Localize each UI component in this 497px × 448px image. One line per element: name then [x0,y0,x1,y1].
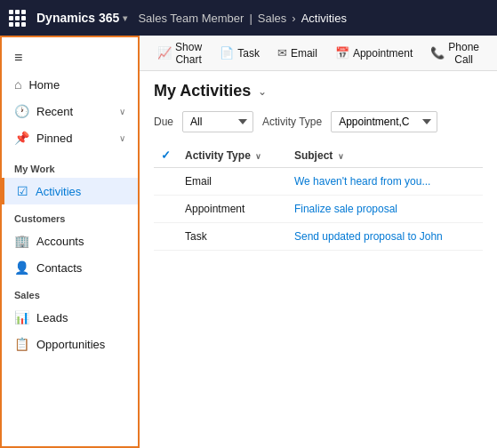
row-check-cell [154,223,178,251]
appointment-button[interactable]: 📅 Appointment [328,43,420,63]
activity-type-filter-label: Activity Type [262,116,322,128]
chart-icon: 📈 [157,46,172,60]
sidebar-item-leads[interactable]: 📊 Leads [2,304,138,331]
check-icon: ✓ [161,148,171,162]
sidebar-item-pinned[interactable]: 📌 Pinned ∨ [2,124,138,151]
sidebar-top: ≡ ⌂ Home 🕐 Recent ∨ 📌 Pinned ∨ [2,37,138,155]
filters-row: Due All Activity Type Appointment,C [154,111,483,132]
table-row: Appointment Finalize sale proposal [154,196,483,223]
phone-icon: 📞 [430,46,445,60]
breadcrumb-arrow: › [292,12,295,25]
row-activity-type: Appointment [178,196,287,223]
leads-icon: 📊 [14,310,29,324]
sidebar-item-accounts-label: Accounts [36,235,84,248]
recent-icon: 🕐 [14,104,29,118]
home-icon: ⌂ [14,77,21,92]
sidebar-item-contacts[interactable]: 👤 Contacts [2,254,138,281]
accounts-icon: 🏢 [14,234,29,248]
sidebar-item-accounts[interactable]: 🏢 Accounts [2,228,138,254]
brand-label: Dynamics 365 [36,11,119,25]
pinned-chevron-icon: ∨ [119,133,125,143]
breadcrumb-sales[interactable]: Sales [258,12,287,25]
customers-section-label: Customers [2,204,138,228]
email-icon: ✉ [277,46,287,60]
activities-icon: ☑ [17,184,28,198]
task-icon: 📄 [220,46,234,60]
due-filter-select[interactable]: All [182,111,253,132]
show-chart-button[interactable]: 📈 Show Chart [150,37,209,69]
sales-section-label: Sales [2,281,138,304]
sidebar-item-opportunities[interactable]: 📋 Opportunities [2,331,138,357]
row-subject[interactable]: Send updated proposal to John [287,223,483,251]
main-area: 📈 Show Chart 📄 Task ✉ Email 📅 Appointmen… [140,36,497,448]
activities-table: ✓ Activity Type ∨ Subject ∨ [154,143,483,251]
breadcrumb-activities: Activities [301,12,347,25]
sidebar-item-home[interactable]: ⌂ Home [2,71,138,98]
breadcrumb-sales-team: Sales Team Member [138,12,244,25]
brand-title[interactable]: Dynamics 365 ▾ [36,11,127,25]
sidebar-hamburger-button[interactable]: ≡ [2,44,138,71]
row-check-cell [154,196,178,223]
breadcrumb-sep1: | [249,12,252,25]
email-button[interactable]: ✉ Email [270,43,325,63]
sidebar-item-recent[interactable]: 🕐 Recent ∨ [2,98,138,124]
sidebar-item-contacts-label: Contacts [36,261,82,275]
sidebar: ≡ ⌂ Home 🕐 Recent ∨ 📌 Pinned ∨ My Work ☑… [0,36,140,448]
opportunities-icon: 📋 [14,337,29,351]
subject-col-header[interactable]: Subject ∨ [287,143,483,168]
layout: ≡ ⌂ Home 🕐 Recent ∨ 📌 Pinned ∨ My Work ☑… [0,36,497,448]
sidebar-item-opportunities-label: Opportunities [36,338,105,351]
appointment-icon: 📅 [335,46,349,60]
sidebar-item-recent-label: Recent [36,105,73,118]
mywork-section-label: My Work [2,155,138,178]
top-nav: Dynamics 365 ▾ Sales Team Member | Sales… [0,0,497,36]
task-label: Task [237,47,260,60]
sidebar-item-home-label: Home [28,78,60,92]
content-header: My Activities ⌄ [154,82,483,100]
row-check-cell [154,168,178,196]
appointment-label: Appointment [353,47,413,60]
sidebar-item-activities-label: Activities [36,185,81,198]
waffle-button[interactable] [9,10,26,27]
row-subject[interactable]: We haven't heard from you... [287,168,483,196]
row-activity-type: Email [178,168,287,196]
table-row: Email We haven't heard from you... [154,168,483,196]
table-row: Task Send updated proposal to John [154,223,483,251]
subject-sort-icon: ∨ [338,152,344,161]
task-button[interactable]: 📄 Task [212,43,267,63]
show-chart-label: Show Chart [175,41,202,66]
recent-chevron-icon: ∨ [119,107,125,116]
sidebar-item-activities[interactable]: ☑ Activities [2,178,138,204]
toolbar: 📈 Show Chart 📄 Task ✉ Email 📅 Appointmen… [140,36,497,71]
activity-type-col-header[interactable]: Activity Type ∨ [178,143,287,168]
activity-type-sort-icon: ∨ [255,152,261,161]
page-title: My Activities [154,82,251,100]
table-check-col-header: ✓ [154,143,178,168]
row-activity-type: Task [178,223,287,251]
sidebar-item-pinned-label: Pinned [36,132,72,145]
brand-chevron: ▾ [123,13,127,23]
email-label: Email [291,47,317,60]
breadcrumb: Sales Team Member | Sales › Activities [138,12,347,25]
row-subject[interactable]: Finalize sale proposal [287,196,483,223]
content-area: My Activities ⌄ Due All Activity Type Ap… [140,71,497,448]
pin-icon: 📌 [14,131,29,145]
phone-call-label: Phone Call [448,41,479,66]
phone-call-button[interactable]: 📞 Phone Call [423,37,486,69]
title-chevron-icon[interactable]: ⌄ [258,85,267,98]
sidebar-item-leads-label: Leads [36,311,68,324]
activity-type-filter-select[interactable]: Appointment,C [331,111,437,132]
due-filter-label: Due [154,116,173,128]
contacts-icon: 👤 [14,260,29,275]
